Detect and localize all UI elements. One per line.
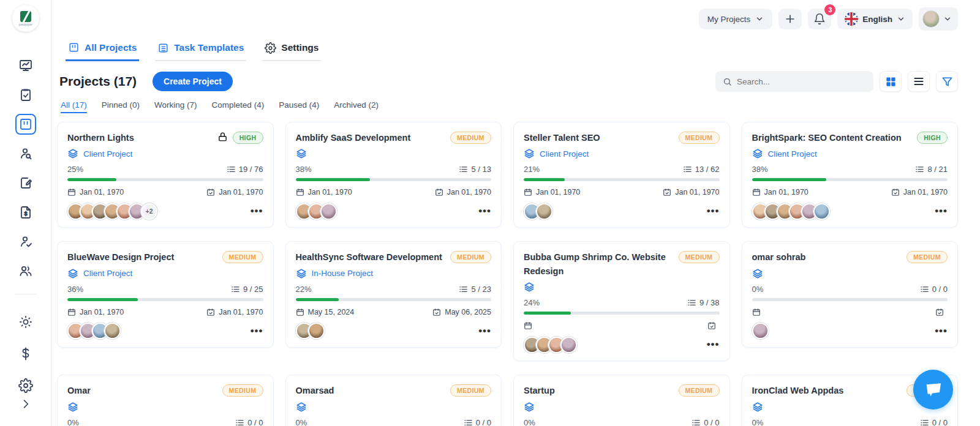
member-avatars[interactable] <box>752 323 769 339</box>
list-view-button[interactable] <box>908 71 930 92</box>
project-card[interactable]: Steller Talent SEO MEDIUM Client Project… <box>513 122 730 228</box>
notifications-button[interactable]: 3 <box>808 9 831 29</box>
card-dates <box>524 321 720 330</box>
task-count-label: 5 / 23 <box>471 285 491 294</box>
project-card[interactable]: BlueWave Design Project MEDIUM Client Pr… <box>57 241 274 347</box>
project-card[interactable]: Omarsad MEDIUM 0% 0 / 0 <box>285 375 502 426</box>
progress-fill <box>67 298 138 301</box>
project-type[interactable] <box>524 402 720 413</box>
chevron-down-icon <box>943 15 952 23</box>
project-type[interactable]: In-House Project <box>296 268 492 279</box>
card-menu-button[interactable]: ••• <box>478 328 491 334</box>
project-card[interactable]: Bubba Gump Shrimp Co. Website Redesign M… <box>513 241 730 361</box>
chevron-right-icon <box>20 398 32 410</box>
sidebar-item-hr[interactable] <box>15 231 36 252</box>
tab-settings[interactable]: Settings <box>262 37 321 61</box>
member-avatar[interactable] <box>536 203 552 220</box>
create-project-button[interactable]: Create Project <box>153 72 233 91</box>
filter-pinned-0-[interactable]: Pinned (0) <box>102 100 140 113</box>
card-menu-button[interactable]: ••• <box>251 328 263 334</box>
my-projects-dropdown[interactable]: My Projects <box>699 9 773 29</box>
filter-button[interactable] <box>936 71 958 92</box>
user-menu[interactable] <box>919 7 958 31</box>
language-selector[interactable]: English <box>837 9 913 29</box>
sidebar-item-team[interactable] <box>15 261 36 282</box>
calendar-icon <box>524 321 532 330</box>
notification-badge: 3 <box>824 4 835 15</box>
project-type[interactable]: Client Project <box>524 148 720 159</box>
sidebar-item-projects[interactable] <box>15 114 36 135</box>
member-avatar[interactable] <box>104 323 121 339</box>
project-type[interactable]: Client Project <box>67 148 263 159</box>
hr-icon <box>18 234 33 249</box>
member-avatar[interactable] <box>308 323 325 339</box>
project-card[interactable]: Omar MEDIUM 0% 0 / 0 <box>57 375 274 426</box>
project-type[interactable] <box>752 268 948 279</box>
project-type[interactable]: Client Project <box>752 148 948 159</box>
chevron-down-icon <box>755 15 764 23</box>
card-menu-button[interactable]: ••• <box>478 208 491 214</box>
card-menu-button[interactable]: ••• <box>707 208 720 214</box>
sidebar-tools <box>15 312 36 396</box>
sidebar-item-tasks[interactable] <box>15 84 36 105</box>
app-logo-text: piedpiper <box>19 23 32 26</box>
user-avatar <box>922 10 940 28</box>
member-avatar[interactable] <box>813 203 830 220</box>
progress-fill <box>296 298 339 301</box>
sidebar-item-dashboard[interactable] <box>15 55 36 76</box>
project-card[interactable]: HealthSync Software Development MEDIUM I… <box>285 241 502 347</box>
project-card[interactable]: Amblify SaaS Development MEDIUM 38% 5 / … <box>285 122 502 228</box>
filter-completed-4-[interactable]: Completed (4) <box>212 100 265 113</box>
project-type[interactable] <box>296 402 492 413</box>
extra-members-badge[interactable]: +2 <box>141 203 157 220</box>
app-logo[interactable]: piedpiper <box>12 5 39 32</box>
project-card[interactable]: BrightSpark: SEO Content Creation HIGH C… <box>742 122 959 228</box>
member-avatars[interactable] <box>296 323 325 339</box>
filter-working-7-[interactable]: Working (7) <box>154 100 197 113</box>
card-header: Omarsad MEDIUM <box>296 384 492 397</box>
gear-icon <box>265 42 276 54</box>
due-date: Jan 01, 1970 <box>891 188 948 196</box>
member-avatars[interactable] <box>524 337 577 353</box>
task-list-icon <box>464 418 473 426</box>
project-card[interactable]: Northern Lights HIGH Client Project 25% … <box>57 122 274 228</box>
priority-badge: MEDIUM <box>222 384 263 397</box>
filter-all-17-[interactable]: All (17) <box>61 100 87 113</box>
member-avatar[interactable] <box>320 203 337 220</box>
sidebar-item-client-search[interactable] <box>15 143 36 164</box>
project-card[interactable]: omar sohrab MEDIUM 0% 0 / 0 <box>742 241 959 347</box>
member-avatars[interactable]: +2 <box>67 203 157 220</box>
sidebar-item-proposals[interactable] <box>15 173 36 193</box>
member-avatars[interactable] <box>524 203 552 220</box>
card-menu-button[interactable]: ••• <box>707 342 720 348</box>
member-avatars[interactable] <box>296 203 337 220</box>
tab-task-templates[interactable]: Task Templates <box>155 37 246 61</box>
sidebar-expand-button[interactable] <box>20 398 32 413</box>
sidebar-item-invoices[interactable]: $ <box>15 202 36 223</box>
card-menu-button[interactable]: ••• <box>935 208 948 214</box>
tab-all-projects[interactable]: All Projects <box>66 37 139 61</box>
member-avatar[interactable] <box>752 323 769 339</box>
member-avatar[interactable] <box>560 337 577 353</box>
member-avatars[interactable] <box>752 203 830 220</box>
grid-view-button[interactable] <box>880 71 902 92</box>
project-type[interactable] <box>296 148 492 159</box>
project-card[interactable]: Startup MEDIUM 0% 0 / 0 <box>513 375 730 426</box>
filter-archived-2-[interactable]: Archived (2) <box>334 100 379 113</box>
search-input[interactable] <box>737 77 866 86</box>
project-type[interactable] <box>67 402 263 413</box>
project-type[interactable]: Client Project <box>67 268 263 279</box>
search-box[interactable] <box>715 71 873 92</box>
project-type[interactable] <box>524 282 720 293</box>
projects-icon <box>18 117 33 132</box>
sidebar-tool-finance[interactable] <box>15 343 36 364</box>
card-menu-button[interactable]: ••• <box>935 328 948 334</box>
chat-button[interactable] <box>913 370 953 409</box>
sidebar-tool-settings[interactable] <box>15 375 36 396</box>
card-menu-button[interactable]: ••• <box>251 208 263 214</box>
sidebar-tool-theme[interactable] <box>15 312 36 332</box>
quick-add-button[interactable] <box>778 9 802 29</box>
filter-paused-4-[interactable]: Paused (4) <box>279 100 319 113</box>
projects-grid: Northern Lights HIGH Client Project 25% … <box>57 122 958 426</box>
member-avatars[interactable] <box>67 323 121 339</box>
